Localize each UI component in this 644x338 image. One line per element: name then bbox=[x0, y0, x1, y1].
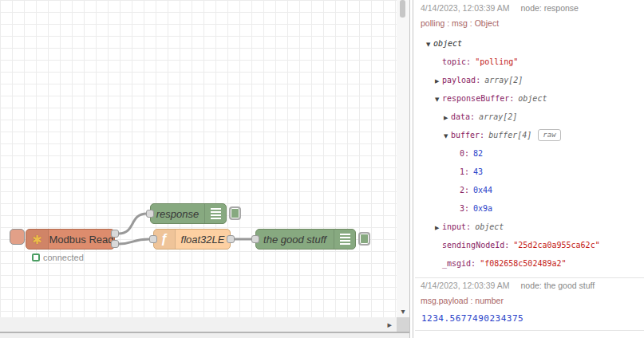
collapse-icon[interactable]: ▼ bbox=[426, 36, 433, 54]
response-enable-toggle[interactable] bbox=[229, 206, 241, 220]
vertical-scrollbar[interactable]: ▾ bbox=[397, 0, 409, 317]
status-connected-icon bbox=[32, 254, 40, 261]
tree-row: 1:43 bbox=[415, 163, 644, 181]
collapse-icon[interactable]: ▼ bbox=[435, 91, 442, 109]
wire[interactable] bbox=[119, 214, 147, 234]
node-float32le-function[interactable]: ƒ float32LE bbox=[153, 229, 231, 250]
tree-row[interactable]: ▼responseBuffer:object bbox=[415, 89, 644, 108]
expand-icon[interactable]: ▶ bbox=[444, 109, 451, 128]
property-key: topic: bbox=[442, 57, 471, 66]
property-value: object bbox=[475, 222, 504, 231]
wire[interactable] bbox=[119, 239, 149, 244]
sidebar-divider[interactable] bbox=[409, 0, 415, 338]
response-input-port[interactable] bbox=[146, 210, 154, 218]
timestamp: 4/14/2023, 12:03:39 AM bbox=[421, 281, 510, 290]
horizontal-scrollbar[interactable]: ▸ bbox=[0, 317, 397, 332]
node-label: Modbus Read bbox=[49, 234, 114, 246]
modbus-icon-section: ✱ bbox=[26, 230, 49, 249]
function-output-port[interactable] bbox=[227, 235, 235, 243]
property-key: 0: bbox=[460, 149, 469, 158]
node-response-debug[interactable]: response bbox=[150, 203, 227, 224]
payload-number-value: 1234.5677490234375 bbox=[421, 313, 523, 324]
wires-layer bbox=[0, 0, 397, 317]
flow-canvas[interactable]: ✱ Modbus Read connected response ƒ float… bbox=[0, 0, 397, 317]
message-separator bbox=[415, 277, 644, 278]
source-node-name[interactable]: node: the good stuff bbox=[521, 281, 595, 290]
property-value: object bbox=[433, 39, 462, 48]
good-stuff-enable-toggle[interactable] bbox=[358, 232, 370, 246]
property-key: buffer: bbox=[451, 131, 484, 140]
scrollbar-corner bbox=[397, 317, 409, 332]
function-input-port[interactable] bbox=[149, 235, 157, 243]
collapse-icon[interactable]: ▼ bbox=[444, 128, 451, 146]
function-icon-section: ƒ bbox=[154, 230, 176, 249]
property-key: 3: bbox=[460, 204, 469, 213]
property-value: "25d2ca0a955ca62c" bbox=[513, 241, 599, 250]
debug-output-icon bbox=[334, 230, 355, 249]
tree-row: 2:0x44 bbox=[415, 181, 644, 199]
scroll-right-arrow-icon[interactable]: ▸ bbox=[387, 318, 392, 331]
node-label: response bbox=[151, 208, 204, 220]
message-path: msg.payload : number bbox=[421, 296, 504, 305]
node-modbus-read[interactable]: ✱ Modbus Read bbox=[26, 229, 115, 250]
node-red-window: ✱ Modbus Read connected response ƒ float… bbox=[0, 0, 644, 338]
property-key: _msgid: bbox=[442, 259, 476, 268]
good-stuff-input-port[interactable] bbox=[251, 235, 259, 243]
property-value: buffer[4] bbox=[488, 131, 531, 140]
message-separator bbox=[415, 330, 644, 331]
modbus-output-port-1[interactable] bbox=[111, 230, 119, 238]
tree-row[interactable]: ▶input:object bbox=[415, 218, 644, 236]
tree-row[interactable]: ▶data:array[2] bbox=[415, 108, 644, 126]
property-value: array[2] bbox=[484, 76, 523, 84]
expand-icon[interactable]: ▶ bbox=[435, 219, 442, 238]
property-key: responseBuffer: bbox=[442, 94, 514, 103]
raw-button[interactable]: raw bbox=[538, 129, 560, 141]
expand-icon[interactable]: ▶ bbox=[435, 73, 442, 91]
debug-tree: ▼objecttopic:"polling"▶payload:array[2]▼… bbox=[415, 34, 644, 273]
scroll-down-arrow-icon[interactable]: ▾ bbox=[397, 306, 409, 317]
tree-row: 0:82 bbox=[415, 144, 644, 163]
node-status: connected bbox=[32, 253, 84, 262]
property-value: 43 bbox=[473, 167, 483, 176]
property-value: "polling" bbox=[475, 57, 518, 66]
debug-output-icon bbox=[204, 204, 226, 223]
debug-message-meta: 4/14/2023, 12:03:39 AMnode: the good stu… bbox=[421, 281, 595, 290]
tree-row: _msgid:"f082658c502489a2" bbox=[415, 254, 644, 273]
tree-row[interactable]: ▼object bbox=[415, 34, 644, 53]
tree-row: sendingNodeId:"25d2ca0a955ca62c" bbox=[415, 236, 644, 254]
tree-row: topic:"polling" bbox=[415, 53, 644, 71]
function-f-icon: ƒ bbox=[161, 233, 168, 246]
debug-message-meta: 4/14/2023, 12:03:39 AMnode: response bbox=[421, 3, 579, 13]
property-value: 82 bbox=[473, 149, 483, 158]
vertical-scrollbar-thumb[interactable] bbox=[400, 0, 405, 18]
modbus-node-button[interactable] bbox=[10, 229, 25, 245]
property-value: 0x44 bbox=[473, 186, 492, 195]
modbus-output-port-2[interactable] bbox=[111, 240, 119, 248]
node-label: the good stuff bbox=[256, 234, 334, 246]
property-value: "f082658c502489a2" bbox=[480, 259, 566, 268]
property-key: 2: bbox=[460, 186, 469, 195]
window-bottom-edge bbox=[0, 332, 409, 338]
property-key: sendingNodeId: bbox=[442, 241, 509, 250]
property-value: array[2] bbox=[479, 112, 517, 121]
tree-row: 3:0x9a bbox=[415, 199, 644, 218]
node-good-stuff-debug[interactable]: the good stuff bbox=[255, 229, 356, 250]
property-value: 0x9a bbox=[473, 204, 492, 213]
property-key: 1: bbox=[460, 167, 469, 176]
property-value: object bbox=[518, 94, 547, 103]
property-key: payload: bbox=[442, 76, 480, 84]
debug-sidebar[interactable]: 4/14/2023, 12:03:39 AMnode: response pol… bbox=[415, 0, 644, 338]
source-node-name[interactable]: node: response bbox=[521, 3, 579, 13]
timestamp: 4/14/2023, 12:03:39 AM bbox=[421, 3, 510, 13]
tree-row[interactable]: ▶payload:array[2] bbox=[415, 71, 644, 89]
node-label: float32LE bbox=[176, 234, 230, 246]
property-key: input: bbox=[442, 222, 471, 231]
property-key: data: bbox=[451, 112, 475, 121]
message-path: polling : msg : Object bbox=[421, 18, 499, 28]
tree-row[interactable]: ▼buffer:buffer[4]raw bbox=[415, 126, 644, 144]
status-label: connected bbox=[43, 253, 84, 262]
modbus-gear-icon: ✱ bbox=[32, 234, 42, 246]
